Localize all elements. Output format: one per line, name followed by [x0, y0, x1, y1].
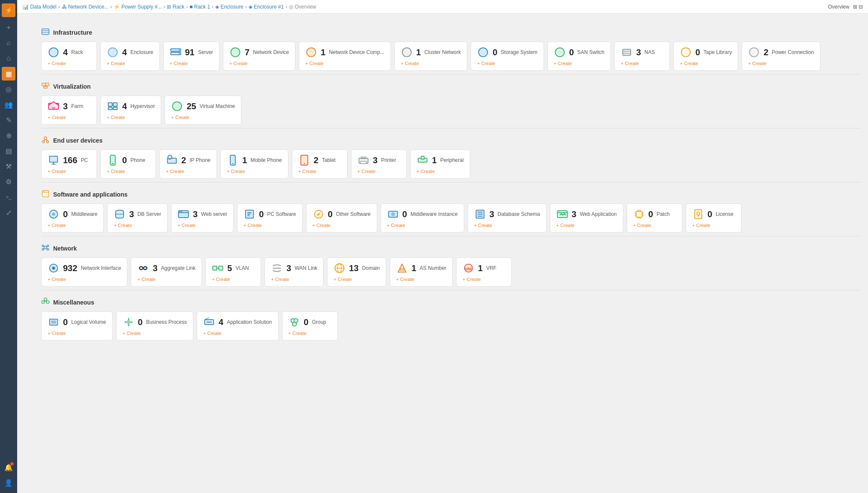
card-network-device-comp[interactable]: 1Network Device Comp...+ Create [299, 42, 391, 71]
card-domain[interactable]: 13Domain+ Create [327, 257, 386, 287]
card-storage-system[interactable]: 0Storage System+ Create [471, 42, 544, 71]
card-create-storage-system[interactable]: + Create [477, 61, 538, 66]
card-server[interactable]: 91Server+ Create [163, 42, 220, 71]
card-farm[interactable]: 3Farm+ Create [41, 96, 97, 125]
card-create-wan-link[interactable]: + Create [271, 277, 317, 282]
card-create-as-number[interactable]: + Create [396, 277, 446, 282]
tag-icon[interactable]: ⊕ [2, 128, 15, 142]
card-create-vrf[interactable]: + Create [463, 277, 505, 282]
user-icon[interactable]: 👤 [2, 476, 15, 490]
card-other-software[interactable]: 0Other Software+ Create [306, 203, 377, 233]
card-middleware[interactable]: 0Middleware+ Create [41, 203, 104, 233]
topbar-controls[interactable]: ⊞ ⊟ [853, 4, 863, 10]
card-printer[interactable]: 3Printer+ Create [351, 149, 407, 179]
card-create-virtual-machine[interactable]: + Create [171, 115, 235, 120]
card-create-web-server[interactable]: + Create [177, 223, 227, 228]
card-rack[interactable]: 4Rack+ Create [41, 42, 97, 71]
share-icon[interactable]: ⤢ [2, 206, 15, 219]
card-network-device[interactable]: 7Network Device+ Create [223, 42, 295, 71]
breadcrumb-enclosure1[interactable]: ◈ Enclosure #1 [249, 4, 284, 10]
globe-icon[interactable]: ◎ [2, 82, 15, 96]
card-license[interactable]: 0License+ Create [686, 203, 742, 233]
card-create-server[interactable]: + Create [170, 61, 213, 66]
card-enclosure[interactable]: 4Enclosure+ Create [100, 42, 160, 71]
card-create-printer[interactable]: + Create [357, 169, 400, 174]
card-vrf[interactable]: VRF1VRF+ Create [456, 257, 512, 287]
breadcrumb-network-device[interactable]: 🖧 Network Device... [62, 4, 108, 10]
card-create-peripheral[interactable]: + Create [417, 169, 464, 174]
card-san-switch[interactable]: 0SAN Switch+ Create [547, 42, 611, 71]
terminal-icon[interactable]: >_ [2, 190, 15, 204]
card-create-san-switch[interactable]: + Create [554, 61, 604, 66]
card-db-server[interactable]: 3DB Server+ Create [107, 203, 167, 233]
card-create-db-server[interactable]: + Create [114, 223, 161, 228]
settings-icon[interactable]: ⚙ [2, 175, 15, 188]
card-pc-software[interactable]: 0PC Software+ Create [237, 203, 302, 233]
breadcrumb-rack1[interactable]: ■ Rack 1 [189, 4, 210, 10]
card-create-tablet[interactable]: + Create [298, 169, 341, 174]
card-create-tape-library[interactable]: + Create [680, 61, 732, 66]
card-aggregate-link[interactable]: 3Aggregate Link+ Create [131, 257, 202, 287]
card-create-application-solution[interactable]: + Create [203, 331, 272, 336]
card-business-process[interactable]: 0Business Process+ Create [116, 311, 194, 341]
monitor-icon[interactable]: ▦ [2, 67, 15, 81]
card-create-license[interactable]: + Create [692, 223, 735, 228]
card-create-middleware[interactable]: + Create [48, 223, 97, 228]
card-as-number[interactable]: AS1AS Number+ Create [390, 257, 453, 287]
breadcrumb-power-supply[interactable]: ⚡ Power Supply #... [114, 4, 162, 10]
card-create-rack[interactable]: + Create [48, 61, 90, 66]
card-hypervisor[interactable]: 4Hypervisor+ Create [100, 96, 161, 125]
card-create-middleware-instance[interactable]: + Create [387, 223, 458, 228]
card-create-logical-volume[interactable]: + Create [48, 331, 106, 336]
card-create-ip-phone[interactable]: + Create [166, 169, 210, 174]
card-create-power-connection[interactable]: + Create [748, 61, 814, 66]
card-create-network-device[interactable]: + Create [229, 61, 289, 66]
users-icon[interactable]: 👥 [2, 98, 15, 111]
card-pc[interactable]: 166PC+ Create [41, 149, 97, 179]
plus-icon[interactable]: ＋ [2, 21, 15, 34]
card-group[interactable]: 0Group+ Create [282, 311, 338, 341]
card-web-server[interactable]: 3Web server+ Create [171, 203, 234, 233]
card-logical-volume[interactable]: 0Logical Volume+ Create [41, 311, 113, 341]
card-create-other-software[interactable]: + Create [312, 223, 371, 228]
card-web-application[interactable]: 3Web Application+ Create [550, 203, 623, 233]
card-create-farm[interactable]: + Create [48, 115, 90, 120]
card-network-interface[interactable]: 932Network Interface+ Create [41, 257, 127, 287]
card-create-hypervisor[interactable]: + Create [107, 115, 155, 120]
card-create-nas[interactable]: + Create [621, 61, 664, 66]
card-create-aggregate-link[interactable]: + Create [137, 277, 195, 282]
card-tablet[interactable]: 2Tablet+ Create [292, 149, 348, 179]
card-create-business-process[interactable]: + Create [123, 331, 187, 336]
card-ip-phone[interactable]: 2IP Phone+ Create [159, 149, 217, 179]
notifications-icon[interactable]: 🔔 [2, 460, 15, 474]
card-create-group[interactable]: + Create [288, 331, 331, 336]
card-create-network-device-comp[interactable]: + Create [305, 61, 384, 66]
card-power-connection[interactable]: 2Power Connection+ Create [742, 42, 820, 71]
tools-icon[interactable]: ⚒ [2, 159, 15, 173]
folder-icon[interactable]: ▤ [2, 144, 15, 158]
card-create-pc-software[interactable]: + Create [243, 223, 296, 228]
card-virtual-machine[interactable]: 25Virtual Machine+ Create [165, 96, 241, 125]
card-peripheral[interactable]: 1Peripheral+ Create [410, 149, 470, 179]
breadcrumb-enclosure[interactable]: ◈ Enclosure [215, 4, 243, 10]
card-middleware-instance[interactable]: 0Middleware Instance+ Create [381, 203, 464, 233]
card-nas[interactable]: 3NAS+ Create [614, 42, 670, 71]
card-wan-link[interactable]: 3WAN Link+ Create [264, 257, 324, 287]
card-create-enclosure[interactable]: + Create [107, 61, 153, 66]
breadcrumb-data-model[interactable]: 📊 Data Model [22, 4, 57, 10]
card-tape-library[interactable]: 0Tape Library+ Create [673, 42, 738, 71]
card-application-solution[interactable]: 4Application Solution+ Create [197, 311, 279, 341]
card-mobile-phone[interactable]: 1Mobile Phone+ Create [220, 149, 288, 179]
card-phone[interactable]: 0Phone+ Create [100, 149, 156, 179]
card-create-pc[interactable]: + Create [48, 169, 90, 174]
card-create-database-schema[interactable]: + Create [474, 223, 540, 228]
card-cluster-network[interactable]: 1Cluster Network+ Create [394, 42, 467, 71]
card-database-schema[interactable]: 3Database Schema+ Create [468, 203, 547, 233]
card-create-vlan[interactable]: + Create [212, 277, 255, 282]
card-vlan[interactable]: 5VLAN+ Create [205, 257, 261, 287]
card-patch[interactable]: 0Patch+ Create [627, 203, 682, 233]
card-create-network-interface[interactable]: + Create [48, 277, 121, 282]
card-create-domain[interactable]: + Create [333, 277, 380, 282]
search-icon[interactable]: ⌕ [2, 36, 15, 50]
card-create-cluster-network[interactable]: + Create [401, 61, 461, 66]
